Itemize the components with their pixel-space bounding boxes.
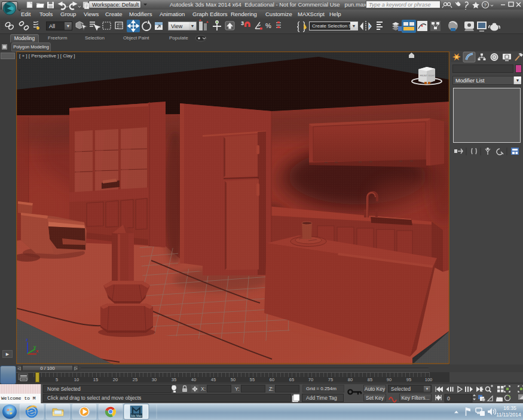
svg-text:%: % (265, 22, 271, 29)
svg-text:0: 0 (447, 396, 450, 401)
svg-text:3: 3 (241, 20, 244, 26)
svg-text:?: ? (484, 2, 487, 8)
svg-text:3ds Max: 3ds Max (131, 414, 142, 418)
